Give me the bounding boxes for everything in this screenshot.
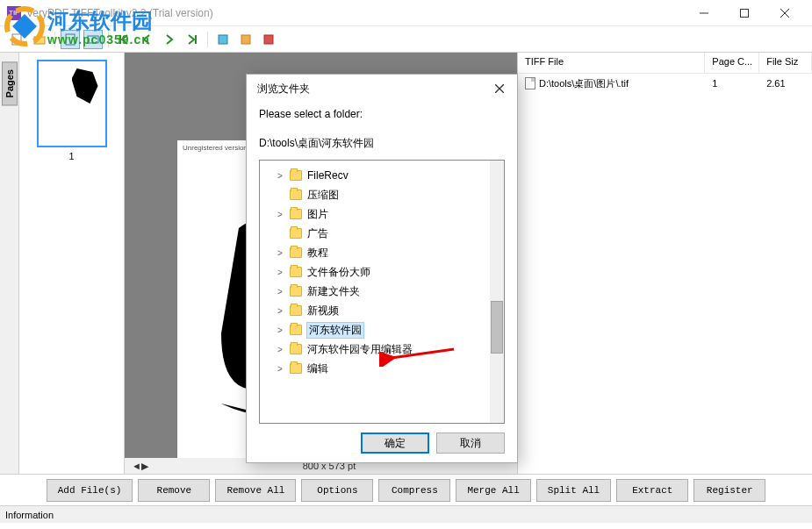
extract-button[interactable]: Extract	[616, 479, 688, 502]
expand-icon[interactable]: >	[276, 287, 284, 297]
toolbar	[0, 26, 812, 53]
svg-rect-12	[241, 35, 250, 44]
tree-item-label: 广告	[307, 226, 328, 241]
last-page-icon[interactable]	[183, 30, 202, 49]
svg-rect-9	[66, 34, 75, 45]
tree-item-label: FileRecv	[307, 169, 349, 182]
tree-item-label: 图片	[307, 207, 328, 222]
tree-item[interactable]: >FileRecv	[263, 166, 500, 185]
tree-item[interactable]: 广告	[263, 224, 500, 243]
folder-icon	[290, 189, 302, 200]
first-page-icon[interactable]	[114, 30, 133, 49]
cell-file: D:\tools\桌面\图片\.tif	[518, 75, 705, 92]
remove-all-button[interactable]: Remove All	[215, 479, 296, 502]
folder-icon	[290, 170, 302, 181]
bottom-toolbar: Add File(s) Remove Remove All Options Co…	[0, 474, 812, 505]
folder-icon	[290, 209, 302, 219]
folder-icon	[290, 344, 302, 354]
expand-icon[interactable]: >	[276, 210, 284, 219]
app-icon: TIF	[7, 6, 21, 20]
register-button[interactable]: Register	[693, 479, 765, 502]
tree-item[interactable]: >河东软件园	[263, 320, 500, 340]
file-icon	[525, 77, 535, 89]
statusbar: Information	[0, 505, 812, 523]
folder-icon	[290, 286, 302, 297]
prev-page-icon[interactable]	[137, 30, 156, 49]
document-icon[interactable]	[7, 30, 26, 49]
tree-item[interactable]: >新视频	[263, 301, 500, 320]
pages-tab[interactable]: Pages	[0, 53, 19, 474]
col-file-size[interactable]: File Siz	[759, 53, 812, 73]
tree-item-label: 压缩图	[307, 188, 339, 203]
tree-item-label: 文件备份大师	[307, 265, 370, 280]
expand-icon[interactable]: >	[276, 364, 284, 374]
folder-tree[interactable]: >FileRecv压缩图>图片广告>教程>文件备份大师>新建文件夹>新视频>河东…	[259, 160, 505, 424]
unregistered-label: Unregistered version	[183, 144, 248, 152]
tree-item-label: 河东软件园	[307, 323, 363, 338]
add-files-button[interactable]: Add File(s)	[47, 479, 133, 502]
folder-icon	[290, 267, 302, 277]
cancel-button[interactable]: 取消	[436, 432, 505, 454]
split-all-button[interactable]: Split All	[536, 479, 611, 502]
col-tiff-file[interactable]: TIFF File	[518, 53, 705, 73]
folder-icon	[290, 363, 302, 374]
folder-icon	[290, 228, 302, 239]
expand-icon[interactable]: >	[276, 306, 284, 316]
folder-icon	[290, 247, 302, 258]
tree-item[interactable]: >新建文件夹	[263, 282, 500, 301]
col-page-count[interactable]: Page C...	[705, 53, 759, 73]
merge-all-button[interactable]: Merge All	[456, 479, 530, 502]
file-list-panel: TIFF File Page C... File Siz D:\tools\桌面…	[517, 53, 812, 474]
maximize-button[interactable]	[724, 0, 765, 26]
thumbnail-item[interactable]: 1	[26, 60, 117, 161]
tree-item-label: 新建文件夹	[307, 284, 360, 299]
tree-item[interactable]: >编辑	[263, 359, 500, 378]
ok-button[interactable]: 确定	[361, 432, 429, 454]
expand-icon[interactable]: >	[276, 345, 284, 354]
options-button[interactable]: Options	[301, 479, 373, 502]
table-row[interactable]: D:\tools\桌面\图片\.tif 1 2.61	[518, 74, 812, 93]
next-page-icon[interactable]	[160, 30, 179, 49]
close-button[interactable]	[765, 0, 805, 26]
fit-width-icon[interactable]	[83, 30, 103, 49]
dialog-titlebar[interactable]: 浏览文件夹	[247, 75, 517, 103]
expand-icon[interactable]: >	[276, 325, 284, 335]
file-list-body: D:\tools\桌面\图片\.tif 1 2.61	[518, 74, 812, 474]
tree-item[interactable]: 压缩图	[263, 185, 500, 204]
tree-item-label: 教程	[307, 246, 328, 261]
rotate-right-icon[interactable]	[236, 30, 255, 49]
dialog-close-button[interactable]	[487, 78, 512, 99]
browse-folder-dialog: 浏览文件夹 Please select a folder: D:\tools\桌…	[246, 74, 518, 463]
tree-item[interactable]: >文件备份大师	[263, 262, 500, 282]
folder-icon	[290, 305, 302, 316]
thumbnail-label: 1	[26, 151, 117, 161]
expand-icon[interactable]: >	[276, 171, 284, 181]
tree-item[interactable]: >图片	[263, 204, 500, 224]
window-titlebar: TIF VeryPDF TIFFToolkit v2.2 (Trial vers…	[0, 0, 812, 26]
scroll-left-icon[interactable]: ◄▶	[132, 461, 148, 472]
open-icon[interactable]	[30, 30, 49, 49]
dialog-prompt: Please select a folder:	[259, 108, 505, 120]
expand-icon[interactable]: >	[276, 248, 284, 258]
remove-button[interactable]: Remove	[138, 479, 210, 502]
file-list-header: TIFF File Page C... File Siz	[518, 53, 812, 74]
cell-size: 2.61	[759, 76, 812, 90]
cell-pages: 1	[705, 76, 759, 90]
svg-rect-1	[741, 9, 749, 17]
minimize-button[interactable]	[684, 0, 724, 26]
svg-rect-13	[264, 35, 273, 44]
tree-item[interactable]: >教程	[263, 243, 500, 262]
tree-item-label: 新视频	[307, 304, 339, 318]
rotate-left-icon[interactable]	[213, 30, 233, 49]
compress-button[interactable]: Compress	[378, 479, 450, 502]
thumbnail-image	[37, 60, 107, 147]
folder-icon	[290, 325, 302, 335]
svg-rect-8	[34, 37, 45, 44]
status-label: Information	[5, 510, 54, 520]
svg-rect-11	[219, 35, 227, 44]
expand-icon[interactable]: >	[276, 268, 284, 277]
fit-page-icon[interactable]	[61, 30, 80, 49]
info-icon[interactable]	[259, 30, 278, 49]
tree-item[interactable]: >河东软件园专用编辑器	[263, 340, 500, 359]
tree-scrollbar[interactable]	[490, 161, 504, 423]
